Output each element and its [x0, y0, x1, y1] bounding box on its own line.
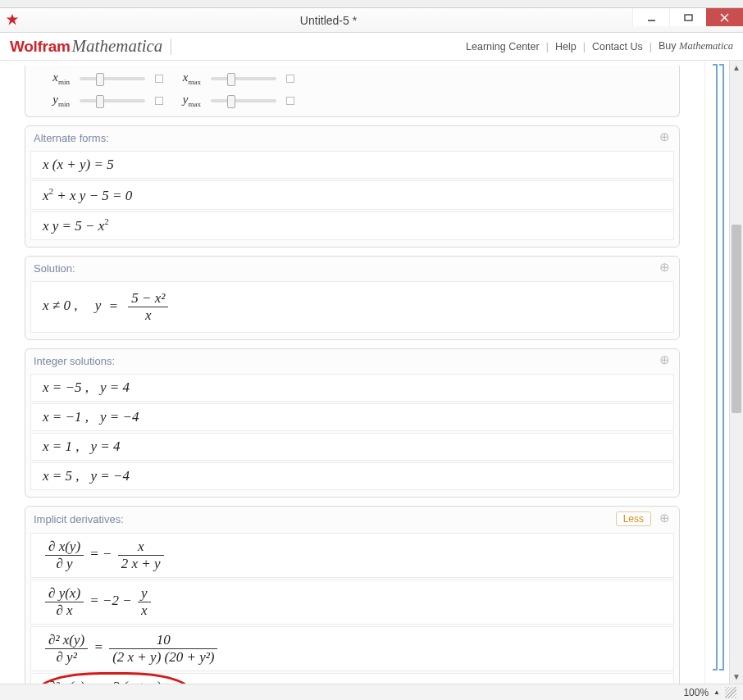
- mid: = −: [89, 547, 112, 562]
- slider-xmax-box[interactable]: [286, 75, 294, 83]
- impder-row[interactable]: ∂ x(y)∂ y = − x2 x + y: [30, 533, 674, 578]
- lhs-frac: ∂² x(y)∂ y²: [45, 632, 88, 666]
- altform-row[interactable]: x (x + y) = 5: [30, 151, 674, 179]
- mid: =: [93, 640, 103, 656]
- logo-wolfram: Wolfram: [10, 38, 71, 55]
- impder-row[interactable]: ∂² y(x)∂ x² = 2 (x + y)x²: [30, 673, 674, 684]
- cell-bracket[interactable]: [719, 64, 724, 670]
- maximize-button[interactable]: [669, 8, 706, 26]
- intsol-a: x = 1 ,: [43, 439, 80, 454]
- label-ymin: ymin: [42, 93, 70, 108]
- slider-ymin-box[interactable]: [155, 97, 163, 105]
- solution-cond: x ≠ 0 ,: [43, 298, 77, 314]
- slider-ymax-box[interactable]: [286, 97, 294, 105]
- intsol-b: y = −4: [91, 468, 130, 484]
- solution-row[interactable]: x ≠ 0 , y = 5 − x² x: [30, 281, 674, 333]
- expr: x2 + x y − 5 = 0: [43, 188, 132, 203]
- cell-bracket[interactable]: [713, 64, 718, 670]
- intsol-a: x = −5 ,: [43, 380, 89, 395]
- close-button[interactable]: [706, 8, 743, 26]
- lhs-frac: ∂ y(x)∂ x: [45, 585, 84, 619]
- pod-title: Integer solutions:: [34, 355, 115, 367]
- slider-ymin[interactable]: [80, 99, 145, 102]
- link-sep: |: [546, 41, 549, 52]
- pod-plot-range: xmin xmax ymin ymax: [25, 66, 680, 117]
- pod-implicit-derivatives: Implicit derivatives: Less ⊕ ∂ x(y)∂ y =…: [25, 506, 680, 684]
- zoom-arrow-icon[interactable]: ▲: [713, 689, 720, 696]
- impder-row[interactable]: ∂² x(y)∂ y² = 10(2 x + y) (20 + y²): [30, 626, 674, 671]
- expand-icon[interactable]: ⊕: [658, 354, 671, 367]
- buy-ital: Mathematica: [679, 40, 733, 52]
- y-label: y: [95, 298, 102, 314]
- buy-prefix: Buy: [659, 40, 679, 52]
- pod-title: Solution:: [34, 262, 75, 275]
- frac-num: 5 − x²: [128, 290, 168, 307]
- window-buttons: [632, 8, 743, 32]
- notebook: xmin xmax ymin ymax: [0, 61, 704, 684]
- slider-ymax[interactable]: [211, 99, 276, 102]
- logo-mathematica: Mathematica: [72, 36, 163, 56]
- intsol-row[interactable]: x = 5 ,y = −4: [30, 462, 674, 490]
- resize-grip[interactable]: [725, 687, 736, 698]
- altform-row[interactable]: x2 + x y − 5 = 0: [30, 180, 674, 210]
- slider-row-x: xmin xmax: [30, 67, 674, 89]
- link-sep: |: [650, 41, 652, 52]
- slider-xmax[interactable]: [211, 77, 276, 80]
- pod-solution: Solution: ⊕ x ≠ 0 , y = 5 − x² x: [25, 256, 680, 340]
- intsol-row[interactable]: x = −1 ,y = −4: [30, 403, 674, 431]
- pod-title: Implicit derivatives:: [34, 513, 124, 525]
- brand-sep: [171, 39, 171, 55]
- scroll-thumb[interactable]: [732, 225, 741, 413]
- altform-row[interactable]: x y = 5 − x2: [30, 211, 674, 241]
- fraction: 5 − x² x: [128, 290, 168, 324]
- pod-alternate-forms: Alternate forms: ⊕ x (x + y) = 5 x2 + x …: [25, 125, 680, 248]
- intsol-a: x = −1 ,: [43, 409, 89, 425]
- expand-icon[interactable]: ⊕: [658, 261, 671, 275]
- rhs-frac: 10(2 x + y) (20 + y²): [109, 632, 217, 666]
- svg-marker-0: [7, 13, 18, 25]
- svg-rect-2: [685, 15, 692, 20]
- frac-den: x: [128, 307, 168, 324]
- expand-icon[interactable]: ⊕: [658, 131, 671, 144]
- label-xmax: xmax: [173, 70, 201, 86]
- impder-row[interactable]: ∂ y(x)∂ x = −2 − yx: [30, 580, 674, 625]
- intsol-b: y = 4: [100, 380, 130, 395]
- zoom-level[interactable]: 100%: [683, 687, 709, 698]
- intsol-b: y = 4: [91, 439, 121, 454]
- link-help[interactable]: Help: [555, 41, 577, 52]
- expr: x y = 5 − x2: [43, 218, 109, 234]
- lhs-frac: ∂ x(y)∂ y: [45, 539, 84, 572]
- mid: = −2 −: [89, 593, 131, 609]
- label-xmin: xmin: [42, 70, 70, 86]
- minimize-button[interactable]: [632, 8, 669, 26]
- brand-links: Learning Center | Help | Contact Us | Bu…: [466, 40, 733, 52]
- pod-title: Alternate forms:: [34, 132, 109, 144]
- intsol-b: y = −4: [100, 409, 139, 425]
- vertical-scrollbar[interactable]: ▲ ▼: [729, 61, 743, 684]
- cell-brackets: [704, 61, 729, 684]
- intsol-a: x = 5 ,: [43, 468, 80, 484]
- brand-bar: WolframMathematica Learning Center | Hel…: [0, 33, 743, 61]
- equals: =: [108, 298, 117, 314]
- link-learning-center[interactable]: Learning Center: [466, 41, 540, 52]
- slider-xmin[interactable]: [80, 77, 145, 80]
- titlebar: Untitled-5 *: [0, 8, 743, 33]
- link-buy[interactable]: Buy Mathematica: [659, 40, 733, 52]
- less-button[interactable]: Less: [616, 511, 651, 526]
- label-ymax: ymax: [173, 93, 201, 108]
- menubar-fragment: [0, 0, 743, 8]
- expand-icon[interactable]: ⊕: [658, 512, 671, 525]
- window-title: Untitled-5 *: [25, 14, 632, 27]
- intsol-row[interactable]: x = −5 ,y = 4: [30, 374, 674, 402]
- slider-row-y: ymin ymax: [30, 89, 674, 111]
- scroll-up-icon[interactable]: ▲: [730, 61, 743, 75]
- link-contact-us[interactable]: Contact Us: [592, 41, 643, 52]
- intsol-row[interactable]: x = 1 ,y = 4: [30, 433, 674, 461]
- rhs-frac: x2 x + y: [118, 539, 164, 572]
- link-sep: |: [583, 41, 586, 52]
- slider-xmin-box[interactable]: [155, 75, 163, 83]
- scroll-down-icon[interactable]: ▼: [730, 670, 743, 684]
- workspace: xmin xmax ymin ymax: [0, 61, 743, 684]
- rhs-frac: yx: [138, 585, 151, 619]
- app-icon: [5, 13, 20, 28]
